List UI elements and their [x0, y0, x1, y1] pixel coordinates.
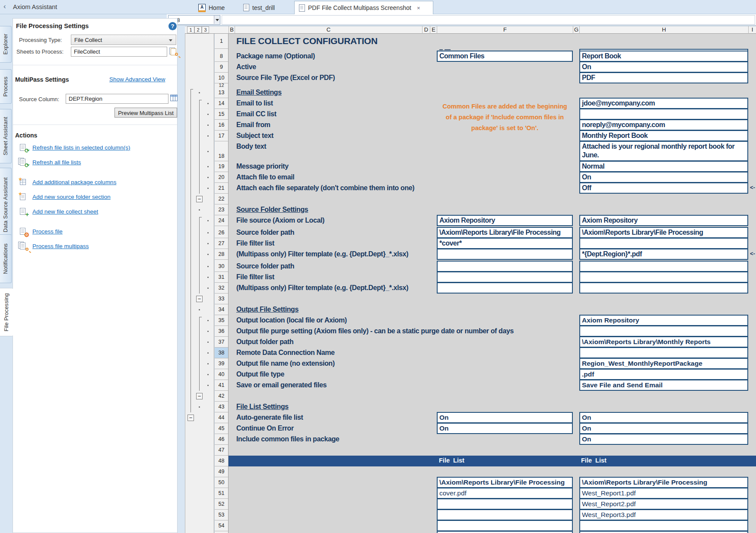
row-header-42[interactable]: 42: [215, 391, 228, 402]
cell-h30[interactable]: [579, 261, 748, 272]
row-45-label[interactable]: Continue On Error: [236, 424, 294, 433]
row-header-19[interactable]: 19: [215, 161, 228, 172]
action-link-add-additional-package-columns[interactable]: Add additional package columns: [32, 179, 116, 185]
row-header-52[interactable]: 52: [215, 499, 228, 510]
row-header-37[interactable]: 37: [215, 337, 228, 348]
row-37-label[interactable]: Output folder path: [236, 338, 293, 346]
cell-f32[interactable]: [437, 282, 573, 294]
sidebar-tab-explorer[interactable]: Explorer: [0, 26, 12, 63]
row-38-label[interactable]: Remote Data Connection Name: [236, 348, 334, 357]
row-header-32[interactable]: 32: [215, 283, 228, 294]
action-link-process-file[interactable]: Process file: [32, 228, 63, 235]
cell-h18[interactable]: Attached is your regional monthly report…: [579, 141, 748, 161]
doc-tab-home[interactable]: AHome: [194, 1, 231, 14]
row-header-45[interactable]: 45: [215, 423, 228, 434]
cell-h52[interactable]: West_Report2.pdf: [579, 498, 748, 510]
row-header-47[interactable]: 47: [215, 445, 228, 456]
row-header-39[interactable]: 39: [215, 358, 228, 369]
cell-h21[interactable]: Off: [579, 182, 748, 194]
row-26-label[interactable]: Source folder path: [236, 228, 294, 237]
cell-h54[interactable]: [579, 520, 748, 531]
cell-f55[interactable]: [437, 531, 573, 533]
cell-h53[interactable]: West_Report3.pdf: [579, 509, 748, 520]
cell-h26[interactable]: \Axiom\Reports Library\File Processing: [579, 227, 748, 238]
row-35-label[interactable]: Output location (local file or Axiom): [236, 316, 347, 325]
row-15-label[interactable]: Email CC list: [236, 110, 276, 118]
outline-collapse-button[interactable]: −: [196, 393, 203, 399]
row-header-16[interactable]: 16: [215, 120, 228, 131]
cell-f31[interactable]: [437, 271, 573, 283]
row-41-label[interactable]: Save or email generated files: [236, 381, 327, 389]
row-header-20[interactable]: 20: [215, 172, 228, 183]
cell-h51[interactable]: West_Report1.pdf: [579, 488, 748, 499]
row-header-10[interactable]: 10: [215, 73, 228, 83]
cell-h45[interactable]: On: [579, 423, 748, 434]
row-46-label[interactable]: Include common files in package: [236, 435, 339, 444]
action-link-add-new-file-collect-sheet[interactable]: Add new file collect sheet: [32, 208, 98, 215]
row-header-31[interactable]: 31: [215, 272, 228, 283]
sidebar-tab-file-processing[interactable]: File Processing: [0, 288, 13, 336]
row-9-label[interactable]: Active: [236, 63, 256, 71]
outline-level-button-3[interactable]: 3: [202, 26, 209, 33]
row-36-label[interactable]: Output file purge setting (Axiom files o…: [236, 327, 514, 335]
cell-h27[interactable]: [579, 238, 748, 249]
cell-h37[interactable]: \Axiom\Reports Library\Monthly Reports: [579, 336, 748, 348]
row-header-26[interactable]: 26: [215, 227, 228, 238]
sidebar-tab-data-source-assistant[interactable]: Data Source Assistant: [0, 168, 12, 242]
row-header-22[interactable]: 22: [215, 194, 228, 204]
row-header-54[interactable]: 54: [215, 520, 228, 531]
cell-h50[interactable]: \Axiom\Reports Library\File Processing: [579, 477, 748, 488]
row-header-51[interactable]: 51: [215, 488, 228, 499]
cell-f30[interactable]: [437, 261, 573, 272]
cell-f44[interactable]: On: [437, 412, 573, 423]
column-header-H[interactable]: H: [579, 26, 748, 34]
sheets-to-process-input[interactable]: FileCollect: [71, 47, 167, 57]
cell-f24[interactable]: Axiom Repository: [437, 215, 573, 226]
row-30-label[interactable]: Source folder path: [236, 262, 294, 271]
row-header-30[interactable]: 30: [215, 261, 228, 272]
cell-h39[interactable]: Region_West_MonthlyReportPackage: [579, 358, 748, 369]
row-13-label[interactable]: Email Settings: [236, 88, 282, 97]
sidebar-tab-process[interactable]: Process: [0, 69, 12, 104]
action-link-refresh-file-lists-in-selected-column-s-[interactable]: Refresh file lists in selected column(s): [32, 144, 130, 151]
action-link-refresh-all-file-lists[interactable]: Refresh all file lists: [32, 159, 81, 166]
cell-h31[interactable]: [579, 271, 748, 283]
cell-h24[interactable]: Axiom Repository: [579, 215, 748, 226]
sidebar-tab-sheet-assistant[interactable]: Sheet Assistant: [0, 109, 12, 163]
row-10-label[interactable]: Source File Type (Excel or PDF): [236, 73, 335, 82]
row-header-38[interactable]: 38: [215, 348, 228, 358]
cell-h44[interactable]: On: [579, 412, 748, 423]
cell-f54[interactable]: [437, 520, 573, 531]
outline-collapse-button[interactable]: −: [187, 415, 194, 421]
cell-h55[interactable]: [579, 531, 748, 533]
row-header-41[interactable]: 41: [215, 380, 228, 391]
row-18-label[interactable]: Body text: [236, 142, 266, 151]
cell-h8[interactable]: Report Book: [579, 51, 748, 62]
row-header-43[interactable]: 43: [215, 402, 228, 412]
cell-h35[interactable]: Axiom Repository: [579, 315, 748, 326]
row-header-13[interactable]: 13: [215, 87, 228, 98]
cell-h14[interactable]: jdoe@mycompany.com: [579, 98, 748, 109]
row-header-23[interactable]: 23: [215, 204, 228, 215]
row-40-label[interactable]: Output file type: [236, 370, 284, 379]
cell-f27[interactable]: *cover*: [437, 238, 573, 249]
outline-collapse-button[interactable]: −: [196, 296, 203, 302]
row-28-label[interactable]: (Multipass only) Filter template (e.g. {…: [236, 250, 408, 259]
cell-f28[interactable]: [437, 249, 573, 260]
row-32-label[interactable]: (Multipass only) Filter template (e.g. {…: [236, 284, 408, 292]
row-23-label[interactable]: Source Folder Settings: [236, 205, 308, 214]
row-header-35[interactable]: 35: [215, 315, 228, 326]
row-14-label[interactable]: Email to list: [236, 99, 273, 108]
row-20-label[interactable]: Attach file to email: [236, 173, 294, 182]
cell-f45[interactable]: On: [437, 423, 573, 434]
row-header-36[interactable]: 36: [215, 326, 228, 337]
row-header-8[interactable]: 8: [215, 51, 228, 62]
outline-level-button-2[interactable]: 2: [194, 26, 202, 33]
row-header-15[interactable]: 15: [215, 109, 228, 120]
row-header-53[interactable]: 53: [215, 510, 228, 520]
show-advanced-view-link[interactable]: Show Advanced View: [109, 76, 165, 83]
row-header-27[interactable]: 27: [215, 238, 228, 249]
formula-input[interactable]: [222, 15, 755, 25]
cell-h10[interactable]: PDF: [579, 72, 748, 83]
file-list-band[interactable]: File ListFile List: [229, 456, 756, 466]
